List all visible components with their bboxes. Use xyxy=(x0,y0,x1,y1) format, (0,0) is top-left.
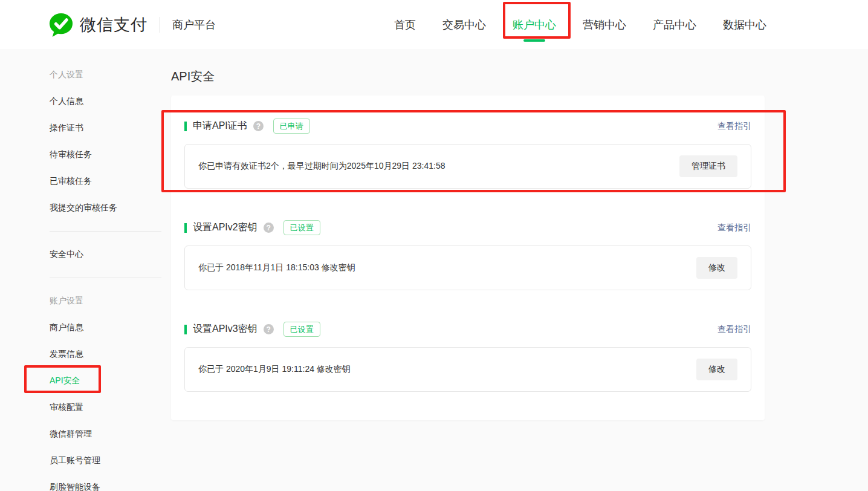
manage-certificate-button[interactable]: 管理证书 xyxy=(679,155,737,177)
section-title: 申请API证书 xyxy=(193,120,247,132)
sidebar-group-header-personal-settings: 个人设置 xyxy=(50,62,171,88)
status-badge: 已设置 xyxy=(283,220,320,235)
section-marker xyxy=(184,325,187,334)
sidebar-divider xyxy=(50,231,161,232)
section-detail-box: 你已于 2020年1月9日 19:11:24 修改密钥 修改 xyxy=(184,347,751,392)
modify-apiv3-key-button[interactable]: 修改 xyxy=(696,359,737,380)
status-badge: 已设置 xyxy=(283,322,320,337)
section-title: 设置APIv3密钥 xyxy=(193,323,257,336)
section-description: 你已于 2018年11月1日 18:15:03 修改密钥 xyxy=(198,262,355,273)
nav-item-home[interactable]: 首页 xyxy=(394,17,416,33)
section-apiv2-key: 设置APIv2密钥 ? 已设置 查看指引 你已于 2018年11月1日 18:1… xyxy=(184,220,751,290)
sidebar-item-security-center[interactable]: 安全中心 xyxy=(50,241,171,268)
help-icon[interactable]: ? xyxy=(264,324,274,334)
sidebar-item-reviewed-tasks[interactable]: 已审核任务 xyxy=(50,168,171,195)
section-title: 设置APIv2密钥 xyxy=(193,221,257,234)
sidebar: 个人设置 个人信息 操作证书 待审核任务 已审核任务 我提交的审核任务 安全中心… xyxy=(0,50,171,491)
section-header: 设置APIv2密钥 ? 已设置 查看指引 xyxy=(184,220,751,235)
sidebar-item-pending-review-tasks[interactable]: 待审核任务 xyxy=(50,141,171,168)
sidebar-group-header-account-settings: 账户设置 xyxy=(50,288,171,314)
api-security-card: 申请API证书 ? 已申请 查看指引 你已申请有效证书2个，最早过期时间为202… xyxy=(171,96,765,420)
section-detail-box: 你已于 2018年11月1日 18:15:03 修改密钥 修改 xyxy=(184,246,751,290)
guide-link[interactable]: 查看指引 xyxy=(717,121,751,132)
nav-item-account-center[interactable]: 账户中心 xyxy=(513,17,556,33)
section-header: 申请API证书 ? 已申请 查看指引 xyxy=(184,119,751,134)
sidebar-item-personal-info[interactable]: 个人信息 xyxy=(50,88,171,115)
sidebar-item-wechat-group-management[interactable]: 微信群管理 xyxy=(50,421,171,447)
main-nav: 首页 交易中心 账户中心 营销中心 产品中心 数据中心 xyxy=(394,17,766,33)
sidebar-item-face-payment-devices[interactable]: 刷脸智能设备 xyxy=(50,474,171,491)
sidebar-item-merchant-info[interactable]: 商户信息 xyxy=(50,314,171,341)
content-area: 个人设置 个人信息 操作证书 待审核任务 已审核任务 我提交的审核任务 安全中心… xyxy=(0,50,868,491)
wechat-pay-logo[interactable]: 微信支付 xyxy=(48,12,147,37)
platform-label: 商户平台 xyxy=(172,18,216,32)
section-description: 你已于 2020年1月9日 19:11:24 修改密钥 xyxy=(198,364,351,375)
sidebar-item-staff-account-management[interactable]: 员工账号管理 xyxy=(50,447,171,474)
sidebar-item-my-submitted-review-tasks[interactable]: 我提交的审核任务 xyxy=(50,195,171,221)
app-window: 微信支付 商户平台 首页 交易中心 账户中心 营销中心 产品中心 数据中心 个人… xyxy=(0,0,868,491)
nav-item-data-center[interactable]: 数据中心 xyxy=(723,17,766,33)
section-header: 设置APIv3密钥 ? 已设置 查看指引 xyxy=(184,322,751,337)
sidebar-item-invoice-info[interactable]: 发票信息 xyxy=(50,341,171,368)
sidebar-item-api-security[interactable]: API安全 xyxy=(50,368,171,394)
sidebar-divider xyxy=(50,278,161,278)
main-content: API安全 申请API证书 ? 已申请 查看指引 你已申请有效证书2个，最早过期… xyxy=(171,50,868,491)
section-api-certificate: 申请API证书 ? 已申请 查看指引 你已申请有效证书2个，最早过期时间为202… xyxy=(184,119,751,189)
status-badge: 已申请 xyxy=(273,119,310,134)
help-icon[interactable]: ? xyxy=(253,121,264,131)
sidebar-item-operation-certificate[interactable]: 操作证书 xyxy=(50,115,171,141)
nav-item-marketing-center[interactable]: 营销中心 xyxy=(583,17,626,33)
header-divider xyxy=(160,17,160,33)
section-marker xyxy=(184,122,187,131)
nav-item-transaction-center[interactable]: 交易中心 xyxy=(442,17,486,33)
nav-item-product-center[interactable]: 产品中心 xyxy=(653,17,696,33)
section-marker xyxy=(184,223,187,233)
logo-text: 微信支付 xyxy=(80,14,147,36)
help-icon[interactable]: ? xyxy=(264,223,274,233)
section-apiv3-key: 设置APIv3密钥 ? 已设置 查看指引 你已于 2020年1月9日 19:11… xyxy=(184,322,751,392)
header: 微信支付 商户平台 首页 交易中心 账户中心 营销中心 产品中心 数据中心 xyxy=(0,0,868,50)
modify-apiv2-key-button[interactable]: 修改 xyxy=(696,257,737,279)
guide-link[interactable]: 查看指引 xyxy=(717,223,751,233)
section-description: 你已申请有效证书2个，最早过期时间为2025年10月29日 23:41:58 xyxy=(198,161,445,172)
wechat-logo-icon xyxy=(48,12,74,37)
sidebar-item-review-config[interactable]: 审核配置 xyxy=(50,394,171,421)
guide-link[interactable]: 查看指引 xyxy=(717,324,751,335)
section-detail-box: 你已申请有效证书2个，最早过期时间为2025年10月29日 23:41:58 管… xyxy=(184,144,751,189)
page-title: API安全 xyxy=(171,68,765,85)
